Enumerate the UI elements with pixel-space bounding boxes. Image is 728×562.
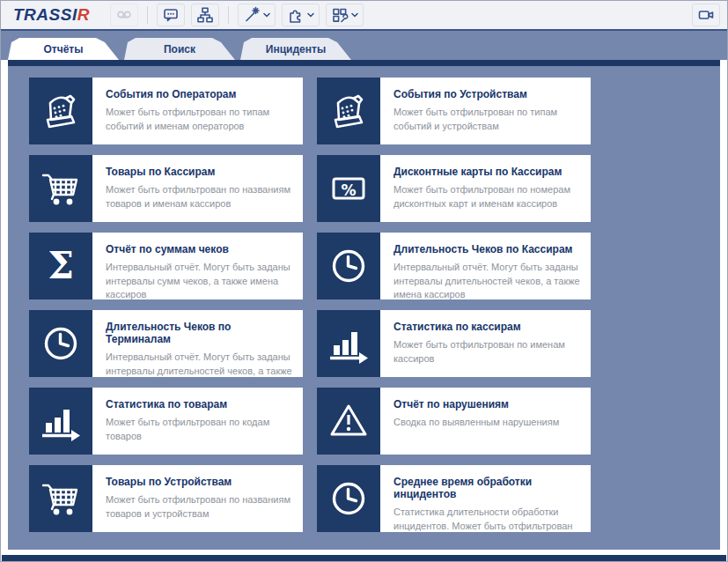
clock-icon [327,477,370,520]
report-card-title: Отчёт по суммам чеков [106,243,294,255]
report-card-title: Длительность Чеков по Кассирам [393,243,582,255]
report-card-description: Может быть отфильтрован по названиям тов… [106,493,294,521]
chat-icon [162,6,180,24]
chevron-down-icon [263,11,270,18]
report-card-title: Длительность Чеков по Терминалам [106,321,294,345]
report-card-statistics-by-goods[interactable]: Статистика по товарам Может быть отфильт… [29,388,303,455]
report-card-title: Среднее время обработки инцидентов [393,476,582,500]
report-card-goods-by-cashiers[interactable]: Товары по Кассирам Может быть отфильтров… [29,155,303,222]
report-card-description: Статистика длительности обработки инциде… [393,506,582,532]
chat-button[interactable] [157,4,185,26]
report-card-description: Сводка по выявленным нарушениям [393,416,582,430]
clock-icon [40,322,82,365]
report-card-title: События по Устройствам [393,88,582,100]
report-card-statistics-by-cashiers[interactable]: Статистика по кассирам Может быть отфиль… [317,310,591,377]
report-card-title: События по Операторам [106,88,294,100]
tree-icon [196,6,214,24]
discount-percent-icon [327,167,370,210]
bar-chart-icon [327,322,370,365]
trassir-window: TRASSIR [0,0,728,562]
report-card-description: Интервальный отчёт. Могут быть заданы ин… [393,261,582,299]
window-bottom-bar [2,555,726,561]
bar-chart-icon [40,400,82,442]
report-card-receipt-duration-by-terminals[interactable]: Длительность Чеков по Терминалам Интерва… [29,310,303,377]
shopping-cart-icon [40,477,82,520]
chevron-down-icon [351,11,358,18]
plugins-dropdown-button[interactable] [282,4,320,26]
warning-icon [327,400,370,442]
tab-reports[interactable]: Отчёты [8,38,119,60]
reports-panel: События по Операторам Может быть отфильт… [8,60,720,550]
magic-wand-icon [243,6,261,24]
report-card-title: Отчёт по нарушениям [393,398,582,410]
recordings-icon [115,6,133,24]
content-area: События по Операторам Может быть отфильт… [1,60,727,555]
tab-bar: Отчёты Поиск Инциденты [1,31,727,60]
video-camera-icon [697,6,715,24]
trassir-logo: TRASSIR [13,5,90,25]
toolbar-separator [147,6,148,24]
main-toolbar: TRASSIR [1,1,727,31]
tab-search[interactable]: Поиск [124,38,235,60]
report-card-description: Может быть отфильтрован по типам событий… [106,106,294,133]
report-card-receipt-duration-by-cashiers[interactable]: Длительность Чеков по Кассирам Интерваль… [317,233,591,299]
report-card-violations[interactable]: Отчёт по нарушениям Сводка по выявленным… [317,388,591,455]
report-card-description: Может быть отфильтрован по типам событий… [393,106,582,133]
toolbar-separator [228,6,229,24]
chevron-down-icon [307,11,314,18]
report-card-discount-cards-by-cashiers[interactable]: Дисконтные карты по Кассирам Может быть … [317,155,591,222]
report-card-receipt-sums[interactable]: Отчёт по суммам чеков Интервальный отчёт… [29,233,303,299]
report-card-events-by-operators[interactable]: События по Операторам Может быть отфильт… [29,78,303,144]
report-card-description: Интервальный отчёт. Могут быть заданы ин… [106,261,294,299]
layout-settings-dropdown-button[interactable] [326,4,364,26]
object-tree-button[interactable] [191,4,219,26]
report-card-title: Товары по Кассирам [106,166,294,178]
tab-label: Отчёты [44,43,84,55]
report-card-description: Может быть отфильтрован по именам кассир… [393,338,582,366]
cash-register-icon [40,90,82,132]
report-card-description: Может быть отфильтрован по кодам товаров [106,416,294,443]
report-card-avg-incident-processing-time[interactable]: Среднее время обработки инцидентов Стати… [317,465,591,532]
tab-label: Поиск [164,43,195,55]
shopping-cart-icon [40,167,82,210]
report-card-goods-by-devices[interactable]: Товары по Устройствам Может быть отфильт… [29,465,303,532]
tab-label: Инциденты [266,43,326,55]
layout-wrench-icon [331,6,349,24]
cash-register-icon [327,90,370,132]
report-card-title: Дисконтные карты по Кассирам [393,166,582,178]
clock-icon [327,245,370,287]
tab-incidents[interactable]: Инциденты [240,38,351,60]
report-card-title: Статистика по кассирам [393,321,582,333]
report-card-events-by-devices[interactable]: События по Устройствам Может быть отфиль… [317,78,591,144]
report-card-description: Интервальный отчёт. Могут быть заданы ин… [106,351,294,377]
recordings-button [110,4,138,26]
report-card-description: Может быть отфильтрован по названиям тов… [106,183,294,211]
report-cards-grid: События по Операторам Может быть отфильт… [29,78,720,532]
sigma-icon [40,245,82,287]
wizard-dropdown-button[interactable] [238,4,276,26]
report-card-title: Статистика по товарам [106,398,294,410]
camera-view-button[interactable] [692,4,720,26]
report-card-description: Может быть отфильтрован по номерам диско… [393,183,582,211]
report-card-title: Товары по Устройствам [106,476,294,488]
puzzle-icon [287,6,305,24]
